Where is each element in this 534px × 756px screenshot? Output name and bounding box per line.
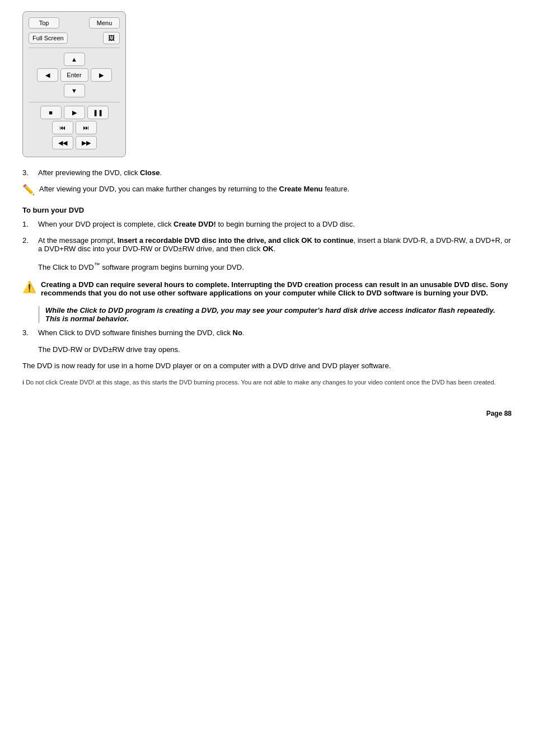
burn-step-2: 2. At the message prompt, Insert a recor… xyxy=(22,236,512,271)
nav-up-row: ▲ xyxy=(64,53,85,66)
transport-row-2: ⏮ ⏭ xyxy=(29,121,120,134)
btn-screenshot[interactable]: 🖼 xyxy=(103,32,120,44)
note-bold: Create Menu xyxy=(279,185,323,193)
btn-play[interactable]: ▶ xyxy=(64,106,85,119)
btn-next-chapter[interactable]: ⏭ xyxy=(76,121,97,134)
burn-step-2-bold: Insert a recordable DVD disc into the dr… xyxy=(118,236,354,245)
note-box: ✏️ After viewing your DVD, you can make … xyxy=(22,185,512,196)
burn-step-3-sub: The DVD-RW or DVD±RW drive tray opens. xyxy=(38,345,180,354)
burn-step-1-content: When your DVD project is complete, click… xyxy=(38,220,512,228)
small-note-text: Do not click Create DVD! at this stage, … xyxy=(26,379,496,386)
warning-box: ⚠️ Creating a DVD can require several ho… xyxy=(22,280,512,297)
final-note: The DVD is now ready for use in a home D… xyxy=(22,361,512,370)
remote-top-row: Top Menu xyxy=(29,17,120,29)
nav-middle-row: ◀ Enter ▶ xyxy=(37,68,112,82)
burn-step-1-number: 1. xyxy=(22,220,38,228)
btn-rewind[interactable]: ◀◀ xyxy=(52,136,73,149)
info-indented-text: While the Click to DVD program is creati… xyxy=(45,306,495,323)
step-3-content: After previewing the DVD, click Close. xyxy=(38,168,512,177)
btn-stop[interactable]: ■ xyxy=(40,106,62,119)
warning-text: Creating a DVD can require several hours… xyxy=(41,280,512,297)
burn-step-3-bold: No xyxy=(233,328,242,337)
step-3-number: 3. xyxy=(22,168,38,177)
step-3-after-dvd: 3. After previewing the DVD, click Close… xyxy=(22,168,512,177)
section-title-burn-dvd: To burn your DVD xyxy=(22,206,512,214)
small-note-icon: i xyxy=(22,379,24,386)
burn-step-3-end: . xyxy=(242,328,245,337)
btn-down[interactable]: ▼ xyxy=(64,84,85,97)
remote-separator-1 xyxy=(29,48,120,48)
burn-steps-list: 1. When your DVD project is complete, cl… xyxy=(22,220,512,271)
btn-top[interactable]: Top xyxy=(29,17,59,29)
step-3-end: . xyxy=(160,168,162,177)
burn-step-2-ok: OK xyxy=(263,245,274,253)
btn-fullscreen[interactable]: Full Screen xyxy=(29,32,68,44)
transport-row-1: ■ ▶ ❚❚ xyxy=(29,106,120,119)
nav-down-row: ▼ xyxy=(64,84,85,97)
warning-icon: ⚠️ xyxy=(22,280,36,294)
note-content: After viewing your DVD, you can make fur… xyxy=(39,185,349,193)
btn-menu[interactable]: Menu xyxy=(89,17,120,29)
burn-step-2-number: 2. xyxy=(22,236,38,271)
burn-step-2-content: At the message prompt, Insert a recordab… xyxy=(38,236,512,271)
burn-step-3-content: When Click to DVD software finishes burn… xyxy=(38,328,512,354)
info-indented-box: While the Click to DVD program is creati… xyxy=(38,306,512,323)
burn-step-3-text: When Click to DVD software finishes burn… xyxy=(38,328,233,337)
btn-fast-forward[interactable]: ▶▶ xyxy=(76,136,97,149)
note-end: feature. xyxy=(323,185,350,193)
remote-separator-2 xyxy=(29,102,120,102)
burn-step-3: 3. When Click to DVD software finishes b… xyxy=(22,328,512,354)
btn-pause[interactable]: ❚❚ xyxy=(87,106,109,119)
btn-right[interactable]: ▶ xyxy=(91,68,112,82)
btn-up[interactable]: ▲ xyxy=(64,53,85,66)
btn-prev-chapter[interactable]: ⏮ xyxy=(52,121,73,134)
note-text: After viewing your DVD, you can make fur… xyxy=(39,185,279,193)
remote-fullscreen-row: Full Screen 🖼 xyxy=(29,32,120,44)
note-icon: ✏️ xyxy=(22,184,35,196)
step-3-bold: Close xyxy=(140,168,160,177)
btn-left[interactable]: ◀ xyxy=(37,68,58,82)
btn-enter[interactable]: Enter xyxy=(60,68,88,82)
burn-step-3-number: 3. xyxy=(22,328,38,354)
transport-row-3: ◀◀ ▶▶ xyxy=(29,136,120,149)
burn-step-1: 1. When your DVD project is complete, cl… xyxy=(22,220,512,228)
nav-cross: ▲ ◀ Enter ▶ ▼ xyxy=(29,51,120,98)
step-3-text: After previewing the DVD, click xyxy=(38,168,140,177)
burn-step-2-sub: The Click to DVD™ software program begin… xyxy=(38,263,244,271)
dvd-remote-control: Top Menu Full Screen 🖼 ▲ ◀ Enter ▶ ▼ ■ ▶… xyxy=(22,11,126,157)
page-number: Page 88 xyxy=(22,410,512,417)
burn-step-1-bold: Create DVD! xyxy=(174,220,216,228)
small-note: i Do not click Create DVD! at this stage… xyxy=(22,378,512,387)
